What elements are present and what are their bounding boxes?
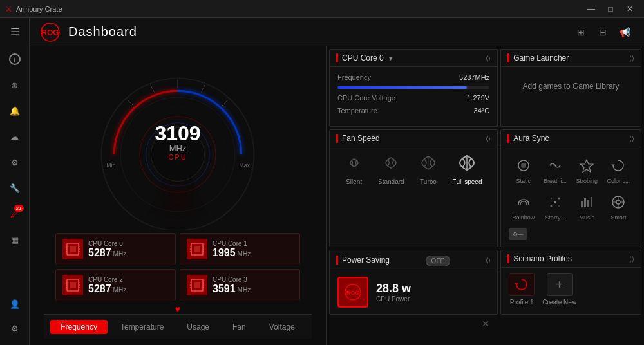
profile-1[interactable]: Profile 1 bbox=[509, 273, 535, 306]
sidebar-item-cloud[interactable]: ☁ bbox=[3, 125, 26, 148]
svg-text:ROG: ROG bbox=[41, 28, 59, 37]
maximize-button[interactable]: □ bbox=[601, 0, 620, 18]
power-info: 28.8 w CPU Power bbox=[376, 282, 489, 303]
aura-widget-body: Static Breathi... bbox=[501, 147, 641, 247]
tab-temperature[interactable]: Temperature bbox=[110, 320, 174, 334]
toggle-off-label[interactable]: OFF bbox=[426, 256, 450, 266]
aura-starry-icon bbox=[545, 192, 565, 212]
aura-settings-row: ⚙— bbox=[509, 227, 633, 241]
profile-icon: 👤 bbox=[10, 299, 20, 309]
tab-frequency[interactable]: Frequency bbox=[50, 320, 108, 334]
aura-starry-label: Starry... bbox=[545, 214, 565, 221]
sidebar-item-info[interactable]: i bbox=[3, 48, 26, 71]
cpu-expand[interactable]: ⟨⟩ bbox=[486, 55, 491, 62]
gauge-value: 3109 bbox=[155, 123, 200, 144]
svg-rect-42 bbox=[194, 282, 200, 288]
power-toggle[interactable]: OFF bbox=[426, 254, 450, 266]
core-1-name: CPU Core 1 bbox=[213, 240, 293, 247]
fan-expand[interactable]: ⟨⟩ bbox=[486, 135, 491, 142]
aura-starry[interactable]: Starry... bbox=[540, 189, 569, 223]
aura-smart-label: Smart bbox=[611, 214, 626, 221]
fan-fullspeed-icon bbox=[458, 154, 476, 176]
cpu-dropdown[interactable]: ▼ bbox=[388, 55, 394, 62]
grid-icon: ⊟ bbox=[599, 27, 607, 37]
core-0-icon bbox=[62, 239, 83, 259]
profile-1-icon bbox=[509, 273, 535, 296]
core-1-freq: 1995 bbox=[213, 247, 236, 259]
fan-fullspeed-label: Full speed bbox=[452, 178, 482, 185]
fan-standard-icon bbox=[382, 154, 400, 176]
svg-point-58 bbox=[558, 205, 560, 207]
fan-silent[interactable]: Silent bbox=[345, 154, 363, 185]
power-value: 28.8 w bbox=[376, 282, 489, 295]
game-expand[interactable]: ⟨⟩ bbox=[629, 55, 634, 62]
aura-music-icon bbox=[576, 192, 597, 212]
notification-button[interactable]: 📢 bbox=[616, 23, 634, 41]
freq-bar-fill bbox=[337, 86, 467, 89]
close-button[interactable]: ✕ bbox=[621, 0, 639, 18]
sidebar-item-aura[interactable]: ⊛ bbox=[3, 73, 26, 97]
voltage-row: CPU Core Voltage 1.279V bbox=[337, 94, 489, 102]
minimize-button[interactable]: — bbox=[582, 0, 600, 18]
sidebar-item-tools[interactable]: 🔧 bbox=[3, 176, 26, 200]
fan-standard[interactable]: Standard bbox=[378, 154, 404, 185]
sidebar-item-profile[interactable]: 👤 bbox=[3, 292, 26, 315]
tab-fan[interactable]: Fan bbox=[222, 320, 256, 334]
aura-static-icon bbox=[513, 155, 534, 176]
power-widget-header: Power Saving OFF ⟨⟩ bbox=[330, 250, 497, 270]
title-bar-left: ⚔ Armoury Crate bbox=[5, 5, 62, 14]
cpu-widget-header: CPU Core 0 ▼ ⟨⟩ bbox=[330, 50, 497, 67]
svg-line-9 bbox=[202, 84, 205, 92]
notification-icon: 📢 bbox=[620, 27, 630, 37]
sidebar-item-settings[interactable]: ⚙ bbox=[3, 151, 26, 174]
list-view-button[interactable]: ⊞ bbox=[572, 23, 590, 41]
sidebar-item-settings-bottom[interactable]: ⚙ bbox=[3, 317, 26, 340]
heart-indicator: ♥ bbox=[175, 304, 180, 314]
sidebar-item-plugins[interactable]: 🖊 21 bbox=[3, 202, 26, 225]
core-1-unit: MHz bbox=[238, 250, 251, 257]
create-new-profile[interactable]: + Create New bbox=[542, 273, 576, 306]
aura-music[interactable]: Music bbox=[573, 189, 601, 223]
voltage-label: CPU Core Voltage bbox=[337, 94, 395, 102]
content: ROG Dashboard ⊞ ⊟ 📢 bbox=[30, 18, 644, 345]
tab-voltage[interactable]: Voltage bbox=[259, 320, 305, 334]
temp-row: Temperature 34°C bbox=[337, 107, 489, 115]
scenario-accent bbox=[507, 254, 509, 263]
aura-static[interactable]: Static bbox=[509, 153, 538, 187]
app-body: ☰ i ⊛ 🔔 ☁ ⚙ 🔧 🖊 21 ▦ 👤 bbox=[0, 18, 644, 345]
fan-silent-label: Silent bbox=[346, 178, 362, 185]
close-indicator[interactable]: ✕ bbox=[482, 319, 489, 329]
rog-logo: ROG bbox=[40, 22, 61, 42]
main: Min Max 3109 MHz CPU bbox=[30, 46, 644, 345]
tools-icon: 🔧 bbox=[10, 183, 20, 193]
fan-turbo[interactable]: Turbo bbox=[419, 154, 437, 185]
tab-usage[interactable]: Usage bbox=[176, 320, 220, 334]
core-2-info: CPU Core 2 5287 MHz bbox=[88, 276, 169, 295]
header-actions: ⊞ ⊟ 📢 bbox=[572, 23, 634, 41]
gauge-container: Min Max 3109 MHz CPU bbox=[75, 53, 281, 230]
power-expand[interactable]: ⟨⟩ bbox=[486, 257, 491, 264]
aura-breathing[interactable]: Breathi... bbox=[540, 153, 569, 187]
left-panel: Min Max 3109 MHz CPU bbox=[30, 46, 326, 345]
aura-smart-icon bbox=[608, 192, 629, 212]
svg-point-56 bbox=[558, 198, 560, 200]
aura-expand[interactable]: ⟨⟩ bbox=[629, 135, 634, 142]
cpu-widget-body: Frequency 5287MHz CPU Core Voltage 1.279… bbox=[330, 67, 497, 126]
grid-view-button[interactable]: ⊟ bbox=[594, 23, 612, 41]
aura-colorcycle-label: Color c... bbox=[607, 178, 630, 184]
game-add-text[interactable]: Add games to Game Library bbox=[523, 82, 620, 91]
sidebar-item-alerts[interactable]: 🔔 bbox=[3, 99, 26, 122]
sidebar-item-keyboard[interactable]: ▦ bbox=[3, 228, 26, 251]
aura-settings-btn[interactable]: ⚙— bbox=[509, 228, 527, 240]
core-3-info: CPU Core 3 3591 MHz bbox=[213, 276, 293, 295]
power-widget-body: ROG 28.8 w CPU Power bbox=[330, 270, 497, 314]
aura-strobing[interactable]: Strobing bbox=[573, 153, 601, 187]
bottom-tabs: Frequency Temperature Usage Fan Voltage bbox=[44, 314, 312, 339]
aura-colorcycle[interactable]: Color c... bbox=[604, 153, 633, 187]
svg-point-54 bbox=[554, 201, 556, 203]
fan-fullspeed[interactable]: Full speed bbox=[452, 154, 482, 185]
aura-smart[interactable]: Smart bbox=[604, 189, 633, 223]
aura-rainbow[interactable]: Rainbow bbox=[509, 189, 538, 223]
scenario-expand[interactable]: ⟨⟩ bbox=[629, 256, 634, 263]
hamburger-button[interactable]: ☰ bbox=[5, 22, 24, 41]
